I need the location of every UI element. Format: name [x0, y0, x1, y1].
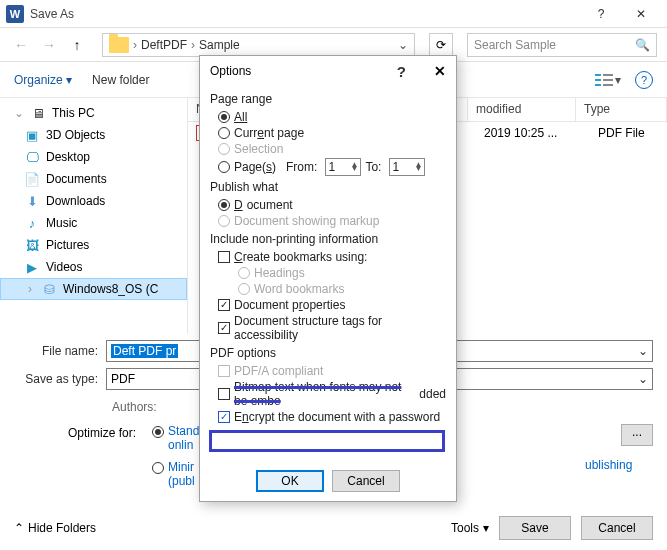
optimize-standard-radio[interactable]: Standonlin	[152, 424, 199, 452]
options-dialog: Options ? ✕ Page range All Current page …	[199, 55, 457, 502]
tree-videos[interactable]: ▶Videos	[0, 256, 187, 278]
tree-disk-c[interactable]: ›⛁Windows8_OS (C	[0, 278, 187, 300]
after-publishing-link[interactable]: ublishing	[585, 458, 653, 472]
tree-music[interactable]: ♪Music	[0, 212, 187, 234]
svg-rect-1	[603, 74, 613, 76]
word-icon: W	[6, 5, 24, 23]
chevron-up-icon: ⌃	[14, 521, 24, 535]
address-bar[interactable]: › DeftPDF › Sample ⌄	[102, 33, 415, 57]
options-title: Options	[210, 64, 251, 78]
radio-icon	[152, 426, 164, 438]
radio-word-bookmarks: Word bookmarks	[238, 282, 446, 296]
col-type[interactable]: Type	[576, 98, 667, 121]
options-titlebar: Options ? ✕	[200, 56, 456, 86]
nav-tree: ⌄🖥This PC ▣3D Objects 🖵Desktop 📄Document…	[0, 98, 188, 334]
optimize-minimum-radio[interactable]: Minir(publ	[152, 460, 199, 488]
forward-arrow: →	[38, 34, 60, 56]
check-encrypt[interactable]: Encrypt the document with a password	[218, 410, 446, 424]
radio-selection: Selection	[218, 142, 446, 156]
section-page-range: Page range	[210, 92, 446, 106]
section-pdf-options: PDF options	[210, 346, 446, 360]
titlebar: W Save As ? ✕	[0, 0, 667, 28]
tree-pictures[interactable]: 🖼Pictures	[0, 234, 187, 256]
help-button[interactable]: ?	[581, 0, 621, 28]
section-include-nonprinting: Include non-printing information	[210, 232, 446, 246]
radio-icon	[152, 462, 164, 474]
options-footer: OK Cancel	[200, 461, 456, 501]
options-button[interactable]: ...	[621, 424, 653, 446]
radio-headings: Headings	[238, 266, 446, 280]
tools-menu[interactable]: Tools ▾	[451, 521, 489, 535]
save-button[interactable]: Save	[499, 516, 571, 540]
radio-doc-markup: Document showing markup	[218, 214, 446, 228]
check-pdfa: PDF/A compliant	[218, 364, 446, 378]
refresh-button[interactable]: ⟳	[429, 33, 453, 57]
authors-label: Authors:	[112, 400, 157, 414]
file-type: PDF File	[598, 126, 667, 140]
close-button[interactable]: ✕	[621, 0, 661, 28]
help-icon[interactable]: ?	[635, 71, 653, 89]
ok-button[interactable]: OK	[256, 470, 324, 492]
up-arrow[interactable]: ↑	[66, 34, 88, 56]
optimize-label: Optimize for:	[68, 424, 136, 488]
svg-rect-4	[595, 84, 601, 86]
tree-3d-objects[interactable]: ▣3D Objects	[0, 124, 187, 146]
check-doc-structure[interactable]: Document structure tags for accessibilit…	[218, 314, 446, 342]
pages-to-input[interactable]: 1▲▼	[389, 158, 425, 176]
breadcrumb-2[interactable]: Sample	[199, 38, 240, 52]
file-modified: 2019 10:25 ...	[484, 126, 592, 140]
radio-all[interactable]: All	[218, 110, 446, 124]
view-button[interactable]: ▾	[595, 73, 621, 87]
radio-current-page[interactable]: Current page	[218, 126, 446, 140]
chevron-down-icon[interactable]: ⌄	[638, 372, 648, 386]
tree-documents[interactable]: 📄Documents	[0, 168, 187, 190]
search-icon: 🔍	[635, 38, 650, 52]
svg-rect-2	[595, 79, 601, 81]
tree-desktop[interactable]: 🖵Desktop	[0, 146, 187, 168]
options-cancel-button[interactable]: Cancel	[332, 470, 400, 492]
organize-menu[interactable]: Organize ▾	[14, 73, 72, 87]
chevron-down-icon[interactable]: ⌄	[638, 344, 648, 358]
radio-pages[interactable]: Page(s) From: 1▲▼ To: 1▲▼	[218, 158, 446, 176]
hide-folders-toggle[interactable]: ⌃ Hide Folders	[14, 521, 96, 535]
svg-rect-3	[603, 79, 613, 81]
save-type-label: Save as type:	[14, 372, 98, 386]
pages-from-input[interactable]: 1▲▼	[325, 158, 361, 176]
options-help-button[interactable]: ?	[397, 63, 406, 80]
tree-this-pc[interactable]: ⌄🖥This PC	[0, 102, 187, 124]
file-name-label: File name:	[14, 344, 98, 358]
search-input[interactable]: Search Sample 🔍	[467, 33, 657, 57]
breadcrumb-1[interactable]: DeftPDF	[141, 38, 187, 52]
radio-document[interactable]: Document	[218, 198, 446, 212]
window-title: Save As	[30, 7, 74, 21]
options-close-button[interactable]: ✕	[434, 63, 446, 79]
section-publish-what: Publish what	[210, 180, 446, 194]
tree-downloads[interactable]: ⬇Downloads	[0, 190, 187, 212]
folder-icon	[109, 37, 129, 53]
svg-rect-5	[603, 84, 613, 86]
search-placeholder: Search Sample	[474, 38, 556, 52]
new-folder-button[interactable]: New folder	[92, 73, 149, 87]
back-arrow[interactable]: ←	[10, 34, 32, 56]
check-bitmap-text[interactable]: Bitmap text when fonts may not be embedd…	[218, 380, 446, 408]
dialog-footer: ⌃ Hide Folders Tools ▾ Save Cancel	[0, 506, 667, 550]
check-create-bookmarks[interactable]: Create bookmarks using:	[218, 250, 446, 264]
svg-rect-0	[595, 74, 601, 76]
check-doc-properties[interactable]: Document properties	[218, 298, 446, 312]
col-modified[interactable]: modified	[468, 98, 576, 121]
cancel-button[interactable]: Cancel	[581, 516, 653, 540]
view-icon	[595, 73, 613, 87]
